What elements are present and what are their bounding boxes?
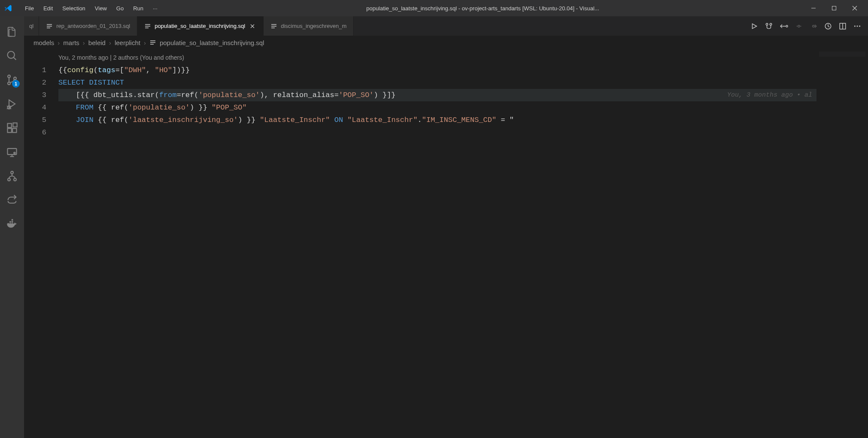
menu-run[interactable]: Run — [129, 3, 148, 14]
code-line-1[interactable]: {{config(tags=["DWH", "HO"])}} — [58, 64, 816, 76]
svg-marker-26 — [753, 24, 757, 28]
svg-point-35 — [854, 25, 856, 27]
svg-point-19 — [14, 178, 16, 181]
svg-rect-12 — [13, 123, 17, 127]
menu-more[interactable]: ··· — [149, 3, 162, 14]
activity-run-debug[interactable] — [0, 92, 24, 116]
main-layout: 1 ql rep_antwoorden_01_2013.sql — [0, 16, 868, 438]
breadcrumb-marts[interactable]: marts — [63, 39, 79, 46]
menu-selection[interactable]: Selection — [58, 3, 89, 14]
line-number: 4 — [24, 101, 46, 114]
tabs-bar: ql rep_antwoorden_01_2013.sql populatie_… — [24, 16, 868, 36]
line-number: 1 — [24, 64, 46, 76]
svg-point-28 — [770, 23, 772, 25]
tab-label: discimus_ingeschreven_m — [281, 23, 346, 29]
window-controls — [804, 0, 865, 16]
breadcrumbs: models › marts › beleid › leerplicht › p… — [24, 36, 868, 49]
svg-rect-25 — [12, 219, 13, 220]
activity-source-control[interactable]: 1 — [0, 68, 24, 92]
breadcrumb-file[interactable]: populatie_so_laatste_inschrijving.sql — [160, 39, 264, 46]
activity-search[interactable] — [0, 44, 24, 68]
tab-rep-antwoorden[interactable]: rep_antwoorden_01_2013.sql — [39, 16, 137, 36]
menu-bar: File Edit Selection View Go Run ··· — [21, 3, 162, 14]
menu-go[interactable]: Go — [112, 3, 128, 14]
vscode-icon — [3, 3, 14, 13]
svg-rect-9 — [8, 124, 12, 128]
svg-point-14 — [14, 152, 15, 154]
chevron-right-icon: › — [58, 39, 60, 46]
chevron-right-icon: › — [144, 39, 146, 46]
prev-change-icon[interactable] — [795, 22, 803, 30]
svg-point-30 — [798, 25, 800, 27]
window-title: populatie_so_laatste_inschrijving.sql - … — [162, 5, 804, 12]
editor-content[interactable]: 1 2 3 4 5 6 You, 2 months ago | 2 author… — [24, 49, 868, 438]
editor-area: ql rep_antwoorden_01_2013.sql populatie_… — [24, 16, 868, 438]
code-line-5[interactable]: JOIN {{ ref('laatste_inschrijving_so') }… — [58, 114, 816, 126]
menu-edit[interactable]: Edit — [39, 3, 57, 14]
code-area[interactable]: You, 2 months ago | 2 authors (You and o… — [58, 49, 816, 438]
svg-point-4 — [8, 75, 10, 78]
code-line-6[interactable] — [58, 126, 816, 139]
codelens[interactable]: You, 2 months ago | 2 authors (You and o… — [58, 52, 816, 64]
code-line-2[interactable]: SELECT DISTINCT — [58, 76, 816, 89]
minimap[interactable] — [816, 49, 868, 438]
tab-overflow-indicator[interactable]: ql — [24, 16, 39, 36]
activity-extensions[interactable] — [0, 116, 24, 140]
line-number: 6 — [24, 126, 46, 139]
tab-label: populatie_so_laatste_inschrijving.sql — [155, 23, 245, 29]
svg-rect-10 — [8, 128, 12, 132]
inline-git-blame: You, 3 months ago • al — [727, 89, 812, 101]
activity-bar: 1 — [0, 16, 24, 438]
revert-icon[interactable] — [780, 22, 788, 30]
tab-discimus[interactable]: discimus_ingeschreven_m — [264, 16, 354, 36]
line-numbers: 1 2 3 4 5 6 — [24, 49, 58, 438]
svg-point-6 — [14, 77, 16, 80]
tab-populatie-so[interactable]: populatie_so_laatste_inschrijving.sql — [137, 16, 264, 36]
svg-point-37 — [859, 25, 860, 27]
sql-file-icon — [144, 23, 151, 30]
more-actions-icon[interactable] — [853, 22, 861, 30]
svg-point-29 — [786, 25, 788, 27]
dbt-icon[interactable] — [824, 22, 832, 30]
svg-point-17 — [11, 171, 13, 174]
svg-point-31 — [813, 25, 815, 27]
minimap-content — [819, 52, 865, 57]
close-button[interactable] — [845, 0, 865, 16]
code-line-4[interactable]: FROM {{ ref('populatie_so') }} "POP_SO" — [58, 101, 816, 114]
run-icon[interactable] — [750, 22, 758, 30]
minimize-button[interactable] — [804, 0, 823, 16]
svg-point-27 — [766, 23, 768, 25]
menu-view[interactable]: View — [91, 3, 111, 14]
next-change-icon[interactable] — [810, 22, 817, 30]
chevron-right-icon: › — [109, 39, 111, 46]
svg-rect-24 — [12, 221, 13, 223]
activity-docker[interactable] — [0, 212, 24, 236]
line-number: 2 — [24, 76, 46, 89]
maximize-button[interactable] — [824, 0, 844, 16]
svg-point-5 — [8, 82, 10, 85]
chevron-right-icon: › — [83, 39, 85, 46]
breadcrumb-leerplicht[interactable]: leerplicht — [115, 39, 140, 46]
svg-point-2 — [8, 52, 15, 58]
compare-icon[interactable] — [765, 22, 773, 30]
code-line-3[interactable]: [{{ dbt_utils.star(from=ref('populatie_s… — [58, 89, 816, 101]
svg-rect-11 — [12, 128, 16, 132]
activity-share[interactable] — [0, 188, 24, 212]
activity-explorer[interactable] — [0, 20, 24, 44]
svg-rect-1 — [832, 6, 836, 10]
titlebar: File Edit Selection View Go Run ··· popu… — [0, 0, 868, 16]
svg-line-3 — [14, 58, 16, 60]
svg-point-36 — [857, 25, 858, 27]
sql-file-icon — [149, 39, 156, 46]
sql-file-icon — [270, 23, 277, 30]
tab-close-icon[interactable] — [249, 22, 256, 30]
line-number: 5 — [24, 114, 46, 126]
breadcrumb-models[interactable]: models — [33, 39, 54, 46]
menu-file[interactable]: File — [21, 3, 38, 14]
split-editor-icon[interactable] — [839, 22, 847, 30]
breadcrumb-beleid[interactable]: beleid — [88, 39, 106, 46]
sql-file-icon — [46, 23, 53, 30]
activity-remote[interactable] — [0, 140, 24, 164]
activity-git-graph[interactable] — [0, 164, 24, 188]
tab-label: rep_antwoorden_01_2013.sql — [56, 23, 130, 29]
